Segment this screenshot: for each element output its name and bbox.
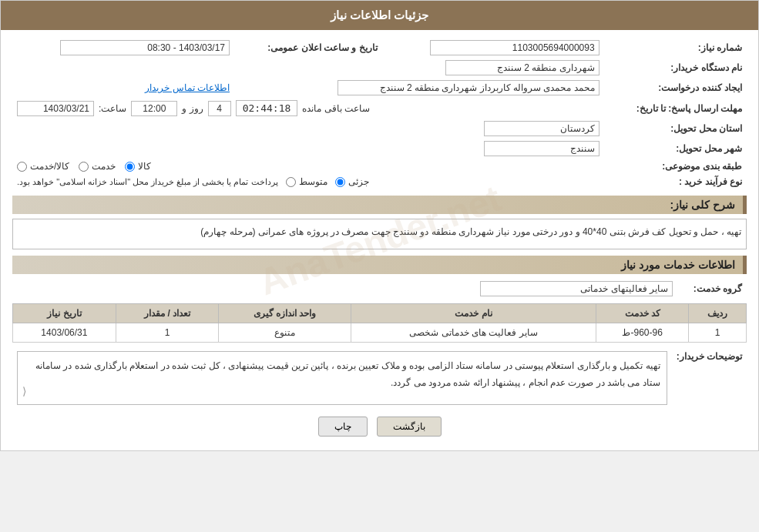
general-desc-text: تهیه ، حمل و تحویل کف فرش بتنی 40*40 و د… bbox=[200, 226, 741, 237]
reply-deadline-label: مهلت ارسال پاسخ: تا تاریخ: bbox=[604, 98, 747, 119]
city-label: شهر محل تحویل: bbox=[604, 139, 747, 159]
reply-date-input[interactable] bbox=[17, 101, 94, 116]
col-header-1: کد خدمت bbox=[596, 304, 688, 323]
need-number-label: شماره نیاز: bbox=[604, 38, 747, 58]
province-label: استان محل تحویل: bbox=[604, 119, 747, 139]
reply-time-input[interactable] bbox=[131, 101, 177, 116]
print-button[interactable]: چاپ bbox=[318, 417, 368, 437]
city-input[interactable] bbox=[484, 141, 599, 156]
service-group-label: گروه خدمت: bbox=[677, 279, 747, 299]
services-table: ردیف کد خدمت نام خدمت واحد اندازه گیری ت… bbox=[12, 303, 747, 343]
category-kala-khadamat-radio[interactable] bbox=[17, 162, 27, 172]
contact-link[interactable]: اطلاعات تماس خریدار bbox=[145, 82, 230, 93]
service-group-table: گروه خدمت: bbox=[12, 279, 747, 299]
announce-date-label: تاریخ و ساعت اعلان عمومی: bbox=[234, 38, 382, 58]
process-jazii-radio[interactable] bbox=[335, 177, 345, 187]
top-info-table: شماره نیاز: تاریخ و ساعت اعلان عمومی: نا… bbox=[12, 38, 747, 189]
table-cell-0-4: 1 bbox=[116, 323, 219, 343]
page-container: جزئیات اطلاعات نیاز AnaTender.net شماره … bbox=[0, 0, 759, 451]
notes-text: تهیه تکمیل و بارگذاری استعلام پیوستی در … bbox=[35, 360, 660, 388]
process-motavasset-option: متوسط bbox=[286, 176, 327, 187]
buyer-org-input[interactable] bbox=[445, 60, 599, 75]
table-row: 1960-96-طسایر فعالیت های خدماتی شخصیمتنو… bbox=[13, 323, 747, 343]
table-cell-0-2: سایر فعالیت های خدماتی شخصی bbox=[351, 323, 596, 343]
back-button[interactable]: بازگشت bbox=[377, 417, 442, 437]
page-title: جزئیات اطلاعات نیاز bbox=[331, 8, 428, 22]
table-cell-0-1: 960-96-ط bbox=[596, 323, 688, 343]
col-header-5: تاریخ نیاز bbox=[13, 304, 116, 323]
category-kala-khadamat-label: کالا/خدمت bbox=[30, 161, 69, 172]
process-motavasset-label: متوسط bbox=[299, 176, 327, 187]
notes-table: توضیحات خریدار: تهیه تکمیل و بارگذاری اس… bbox=[12, 349, 747, 407]
category-kala-radio[interactable] bbox=[125, 162, 135, 172]
table-cell-0-3: متنوع bbox=[219, 323, 351, 343]
category-kala-option: کالا bbox=[125, 161, 151, 172]
category-kala-khadamat-option: کالا/خدمت bbox=[17, 161, 69, 172]
buyer-org-label: نام دستگاه خریدار: bbox=[604, 58, 747, 78]
process-motavasset-radio[interactable] bbox=[286, 177, 296, 187]
timer-box: 02:44:18 bbox=[236, 100, 298, 116]
category-label: طبقه بندی موضوعی: bbox=[604, 159, 747, 174]
table-cell-0-0: 1 bbox=[689, 323, 747, 343]
col-header-3: واحد اندازه گیری bbox=[219, 304, 351, 323]
process-jazii-label: جزئی bbox=[348, 176, 369, 187]
notes-box: تهیه تکمیل و بارگذاری استعلام پیوستی در … bbox=[17, 351, 667, 405]
announce-date-input[interactable] bbox=[60, 40, 230, 55]
main-content: AnaTender.net شماره نیاز: تاریخ و ساعت ا… bbox=[1, 30, 758, 450]
general-desc-box: تهیه ، حمل و تحویل کف فرش بتنی 40*40 و د… bbox=[12, 219, 747, 249]
process-description: پرداخت تمام یا بخشی از مبلغ خریداز محل "… bbox=[17, 177, 278, 187]
category-khadamat-option: خدمت bbox=[79, 161, 116, 172]
need-number-input[interactable] bbox=[430, 40, 599, 55]
category-khadamat-radio[interactable] bbox=[79, 162, 89, 172]
category-kala-label: کالا bbox=[138, 161, 151, 172]
table-cell-0-5: 1403/06/31 bbox=[13, 323, 116, 343]
category-khadamat-label: خدمت bbox=[92, 161, 116, 172]
creator-label: ایجاد کننده درخواست: bbox=[604, 78, 747, 98]
reply-day-label: روز و bbox=[182, 103, 203, 114]
services-info-header: اطلاعات خدمات مورد نیاز bbox=[12, 256, 747, 274]
col-header-4: تعداد / مقدار bbox=[116, 304, 219, 323]
service-group-input[interactable] bbox=[480, 281, 673, 296]
button-row: بازگشت چاپ bbox=[12, 417, 747, 437]
general-desc-header: شرح کلی نیاز: bbox=[12, 196, 747, 214]
notes-label: توضیحات خریدار: bbox=[672, 349, 747, 407]
process-label: نوع فرآیند خرید : bbox=[604, 174, 747, 189]
reply-time-label: ساعت: bbox=[99, 103, 126, 114]
creator-input[interactable] bbox=[338, 80, 599, 95]
page-header: جزئیات اطلاعات نیاز bbox=[1, 1, 758, 30]
province-input[interactable] bbox=[484, 121, 599, 136]
remain-label: ساعت باقی مانده bbox=[302, 103, 370, 114]
col-header-2: نام خدمت bbox=[351, 304, 596, 323]
reply-days-input[interactable] bbox=[208, 101, 231, 116]
col-header-0: ردیف bbox=[689, 304, 747, 323]
process-jazii-option: جزئی bbox=[335, 176, 369, 187]
